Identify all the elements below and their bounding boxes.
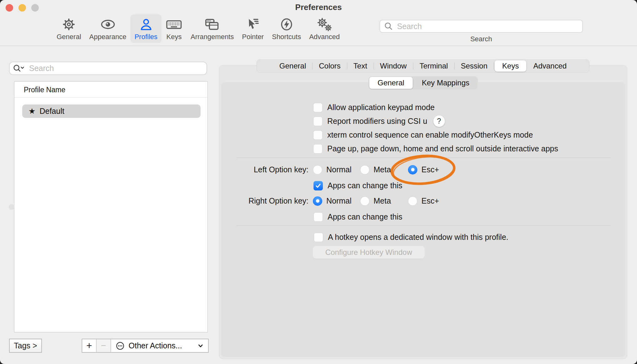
checkbox-hotkey-window[interactable] xyxy=(314,233,323,242)
checkbox-row: Apps can change this xyxy=(313,181,402,190)
radio-left-meta[interactable]: Meta xyxy=(360,165,391,174)
circle-ellipsis-icon xyxy=(115,341,125,351)
keyboard-icon xyxy=(166,16,182,33)
radio-circle[interactable] xyxy=(360,196,369,206)
radio-label: Esc+ xyxy=(421,165,439,174)
toolbar-search-field[interactable] xyxy=(380,20,583,33)
tab-general[interactable]: General xyxy=(273,60,312,72)
gear-icon xyxy=(62,16,76,33)
radio-left-esc[interactable]: Esc+ xyxy=(408,165,439,174)
lightning-icon xyxy=(279,16,294,33)
toolbar-item-label: Appearance xyxy=(89,33,126,41)
tab-terminal[interactable]: Terminal xyxy=(413,60,454,72)
zoom-button[interactable] xyxy=(31,4,39,12)
toolbar-divider xyxy=(0,46,637,46)
radio-right-esc[interactable]: Esc+ xyxy=(408,196,439,206)
checkbox-label: Apps can change this xyxy=(328,181,402,190)
radio-left-normal[interactable]: Normal xyxy=(313,165,352,174)
toolbar-item-profiles[interactable]: Profiles xyxy=(130,14,161,43)
check-icon xyxy=(315,182,322,189)
cursor-icon xyxy=(245,16,261,33)
radio-circle[interactable] xyxy=(313,165,322,174)
radio-label: Meta xyxy=(374,165,391,174)
help-button[interactable]: ? xyxy=(433,115,445,127)
keys-subtabs: General Key Mappings xyxy=(369,76,478,89)
tab-colors[interactable]: Colors xyxy=(313,60,347,72)
toolbar-item-label: Arrangements xyxy=(191,33,234,41)
radio-circle[interactable] xyxy=(408,196,417,206)
radio-label: Meta xyxy=(374,196,391,205)
checkbox-page-scroll[interactable] xyxy=(313,144,323,154)
chevron-down-icon xyxy=(197,342,204,350)
radio-label: Normal xyxy=(326,196,352,205)
toolbar-item-label: Profiles xyxy=(135,33,157,41)
section-divider xyxy=(237,225,611,226)
toolbar-item-label: General xyxy=(57,33,81,41)
checkbox-csi-u[interactable] xyxy=(313,117,323,126)
checkbox-row: Page up, page down, home and end scroll … xyxy=(313,144,558,154)
tab-text[interactable]: Text xyxy=(347,60,374,72)
toolbar-item-label: Advanced xyxy=(309,33,340,41)
section-divider xyxy=(237,158,611,158)
profile-search-field[interactable] xyxy=(9,62,207,75)
tab-window[interactable]: Window xyxy=(374,60,413,72)
checkbox-label: Allow application keypad mode xyxy=(327,103,435,112)
close-button[interactable] xyxy=(6,4,13,12)
checkbox-keypad-mode[interactable] xyxy=(313,103,323,112)
profile-settings-panel: General Key Mappings Allow application k… xyxy=(219,65,627,359)
checkbox-row: Apps can change this xyxy=(313,212,402,222)
search-filter-icon xyxy=(13,64,26,73)
search-icon xyxy=(384,22,393,31)
checkbox-label: A hotkey opens a dedicated window with t… xyxy=(328,233,508,242)
add-profile-button[interactable]: + xyxy=(82,339,96,352)
profile-tabbar: General Colors Text Window Terminal Sess… xyxy=(257,59,589,73)
tab-keys[interactable]: Keys xyxy=(495,60,526,72)
toolbar-search-input[interactable] xyxy=(396,22,578,31)
other-actions-dropdown[interactable]: Other Actions... xyxy=(111,339,208,352)
profile-actions-bar: + − Other Actions... xyxy=(82,339,209,353)
person-icon xyxy=(139,16,153,33)
gears-icon xyxy=(316,16,333,33)
checkbox-right-apps-can-change[interactable] xyxy=(313,212,323,222)
star-icon: ★ xyxy=(28,107,35,116)
windows-icon xyxy=(204,16,220,33)
tab-separator xyxy=(494,63,494,69)
minimize-button[interactable] xyxy=(18,4,26,12)
subtab-general[interactable]: General xyxy=(369,77,413,89)
checkbox-left-apps-can-change[interactable] xyxy=(313,181,323,190)
keys-general-pane: Allow application keypad mode Report mod… xyxy=(221,82,625,357)
checkbox-label: xterm control sequence can enable modify… xyxy=(327,130,533,139)
profile-search-input[interactable] xyxy=(28,63,203,73)
tab-advanced[interactable]: Advanced xyxy=(527,60,573,72)
toolbar-item-pointer[interactable]: Pointer xyxy=(238,14,268,43)
tags-button[interactable]: Tags > xyxy=(9,339,42,353)
toolbar-item-shortcuts[interactable]: Shortcuts xyxy=(268,14,305,43)
checkbox-label: Report modifiers using CSI u xyxy=(327,117,427,126)
configure-hotkey-window-button[interactable]: Configure Hotkey Window xyxy=(313,246,425,259)
remove-profile-button[interactable]: − xyxy=(96,339,111,352)
toolbar-item-appearance[interactable]: Appearance xyxy=(85,14,130,43)
radio-label: Esc+ xyxy=(421,196,439,205)
checkbox-modify-other-keys[interactable] xyxy=(313,130,323,140)
radio-circle-selected[interactable] xyxy=(408,165,417,174)
eye-icon xyxy=(100,16,116,33)
radio-circle-selected[interactable] xyxy=(313,196,322,206)
left-option-label: Left Option key: xyxy=(221,165,308,174)
profile-row-default[interactable]: ★ Default xyxy=(22,104,201,118)
radio-right-meta[interactable]: Meta xyxy=(360,196,391,206)
subtab-key-mappings[interactable]: Key Mappings xyxy=(413,76,478,89)
checkbox-label: Apps can change this xyxy=(328,212,402,221)
checkbox-row: A hotkey opens a dedicated window with t… xyxy=(314,232,508,242)
toolbar-item-general[interactable]: General xyxy=(53,14,85,43)
toolbar-item-keys[interactable]: Keys xyxy=(161,14,186,43)
right-option-label: Right Option key: xyxy=(221,196,308,206)
radio-circle[interactable] xyxy=(360,165,369,174)
radio-label: Normal xyxy=(326,165,352,174)
toolbar-item-arrangements[interactable]: Arrangements xyxy=(186,14,238,43)
toolbar-item-advanced[interactable]: Advanced xyxy=(305,14,344,43)
radio-right-normal[interactable]: Normal xyxy=(313,196,352,206)
checkbox-row: Report modifiers using CSI u ? xyxy=(313,116,445,126)
toolbar-item-label: Keys xyxy=(166,33,182,41)
checkbox-row: xterm control sequence can enable modify… xyxy=(313,130,533,140)
tab-session[interactable]: Session xyxy=(455,60,494,72)
